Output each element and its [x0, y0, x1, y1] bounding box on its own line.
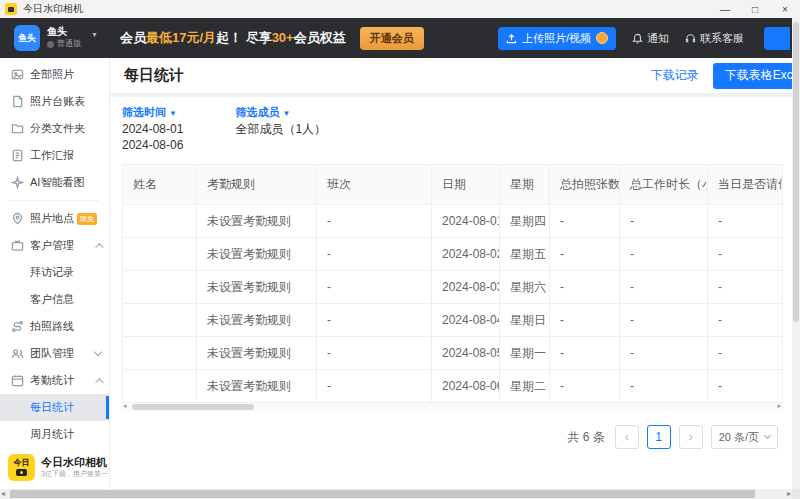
- col-date: 日期: [432, 165, 500, 205]
- brand-logo: 今日: [8, 454, 35, 481]
- table-row: 未设置考勤规则-2024-08-03星期六---: [123, 271, 783, 304]
- user-plan: 普通版: [57, 38, 81, 50]
- vertical-scrollbar-thumb[interactable]: [793, 22, 799, 322]
- ai-sparkle-icon: [10, 176, 24, 190]
- sidebar-item-photo-location[interactable]: 照片地点 限免: [0, 205, 109, 232]
- plan-badge-icon: [47, 41, 54, 48]
- bell-icon: [632, 33, 643, 44]
- stats-panel: 筛选时间 ▼ 2024-08-01 2024-08-06 筛选成员 ▼ 全部成员…: [110, 97, 792, 489]
- filter-caret-icon: ▼: [169, 109, 177, 118]
- folder-icon: [10, 122, 24, 136]
- minimize-icon: —: [720, 4, 730, 15]
- scrollbar-thumb[interactable]: [132, 404, 254, 410]
- pagination: 共 6 条 ‹ 1 › 20 条/页: [122, 425, 780, 449]
- prev-page-button[interactable]: ‹: [615, 425, 639, 449]
- team-icon: [10, 347, 24, 361]
- window-title: 今日水印相机: [23, 2, 83, 16]
- user-info[interactable]: 鱼头 普通版: [47, 26, 81, 50]
- download-records-link[interactable]: 下载记录: [651, 67, 699, 84]
- page-number-button[interactable]: 1: [647, 425, 671, 449]
- select-caret-icon: [764, 432, 771, 439]
- close-icon: ×: [782, 4, 788, 15]
- page-header: 每日统计 下载记录 下载表格Excel: [110, 58, 792, 93]
- location-pin-icon: [10, 212, 24, 226]
- scroll-left-icon[interactable]: ◂: [1, 489, 5, 499]
- chevron-up-icon: [95, 378, 103, 386]
- next-icon: ›: [689, 430, 693, 444]
- route-icon: [10, 320, 24, 334]
- col-photos: 总拍照张数: [550, 165, 620, 205]
- avatar[interactable]: 鱼头: [14, 25, 40, 51]
- sidebar-item-photo-ledger[interactable]: 照片台账表: [0, 88, 109, 115]
- calendar-icon: [10, 374, 24, 388]
- report-icon: [10, 149, 24, 163]
- sidebar-item-all-photos[interactable]: 全部照片: [0, 61, 109, 88]
- brand-footer: 今日 今日水印相机 3亿下载，用户量第一: [8, 454, 108, 481]
- maximize-button[interactable]: □: [740, 0, 770, 18]
- attendance-table: 姓名 考勤规则 班次 日期 星期 总拍照张数 总工作时长（小时） 当日是否请假 …: [122, 164, 783, 403]
- photo-icon: [10, 68, 24, 82]
- chevron-up-icon: [95, 243, 103, 251]
- time-filter[interactable]: 筛选时间 ▼ 2024-08-01 2024-08-06: [122, 105, 183, 152]
- filter-caret-icon: ▼: [282, 109, 290, 118]
- horizontal-scrollbar[interactable]: ◂ ▸: [0, 489, 800, 499]
- sidebar-item-photo-route[interactable]: 拍照路线: [0, 313, 109, 340]
- partial-button[interactable]: [764, 27, 790, 50]
- sidebar-item-customer-info[interactable]: 客户信息: [0, 286, 109, 313]
- sidebar-item-folders[interactable]: 分类文件夹: [0, 115, 109, 142]
- sidebar-item-visit-records[interactable]: 拜访记录: [0, 259, 109, 286]
- table-row: 未设置考勤规则-2024-08-01星期四---: [123, 205, 783, 238]
- member-filter[interactable]: 筛选成员 ▼ 全部成员（1人）: [235, 105, 326, 152]
- sidebar-item-customer-management[interactable]: 客户管理: [0, 232, 109, 259]
- top-bar: 鱼头 鱼头 普通版 ▼ 会员最低17元/月起！ 尽享30+会员权益 开通会员 上…: [0, 18, 800, 58]
- upload-photo-button[interactable]: 上传照片/视频: [498, 27, 616, 50]
- page-size-select[interactable]: 20 条/页: [711, 425, 778, 449]
- col-name: 姓名: [123, 165, 197, 205]
- col-shift: 班次: [317, 165, 432, 205]
- sidebar-item-work-report[interactable]: 工作汇报: [0, 142, 109, 169]
- col-rule: 考勤规则: [197, 165, 317, 205]
- scroll-right-icon[interactable]: ▸: [777, 402, 781, 410]
- minimize-button[interactable]: —: [710, 0, 740, 18]
- sidebar-item-daily-stats[interactable]: 每日统计: [0, 394, 109, 421]
- scroll-left-icon[interactable]: ◂: [123, 402, 127, 410]
- headset-icon: [685, 33, 696, 44]
- next-page-button[interactable]: ›: [679, 425, 703, 449]
- page-title: 每日统计: [124, 66, 184, 85]
- scrollbar-corner: [792, 489, 800, 499]
- ledger-icon: [10, 95, 24, 109]
- col-hours: 总工作时长（小时）: [620, 165, 708, 205]
- coin-icon: [596, 32, 608, 44]
- sidebar: 全部照片 照片台账表 分类文件夹 工作汇报 AI智能看图 照片地点 限免 客户管…: [0, 58, 110, 489]
- membership-promo: 会员最低17元/月起！ 尽享30+会员权益: [120, 29, 346, 47]
- app-icon: [5, 3, 17, 15]
- sidebar-item-weekly-monthly-stats[interactable]: 周月统计: [0, 421, 109, 448]
- camera-icon: [16, 469, 27, 476]
- table-row: 未设置考勤规则-2024-08-05星期一---: [123, 337, 783, 370]
- user-caret-icon[interactable]: ▼: [91, 31, 98, 38]
- vertical-scrollbar[interactable]: [792, 18, 800, 489]
- table-row: 未设置考勤规则-2024-08-04星期日---: [123, 304, 783, 337]
- sidebar-divider: [10, 200, 99, 201]
- download-excel-button[interactable]: 下载表格Excel: [713, 63, 792, 89]
- customer-service-button[interactable]: 联系客服: [685, 31, 744, 46]
- scroll-right-icon[interactable]: ▸: [787, 489, 791, 499]
- notifications-button[interactable]: 通知: [632, 31, 669, 46]
- table-horizontal-scrollbar[interactable]: ◂ ▸: [122, 403, 782, 411]
- table-header-row: 姓名 考勤规则 班次 日期 星期 总拍照张数 总工作时长（小时） 当日是否请假: [123, 165, 783, 205]
- brand-name: 今日水印相机: [41, 456, 108, 469]
- brand-tagline: 3亿下载，用户量第一: [41, 469, 108, 479]
- sidebar-item-team-management[interactable]: 团队管理: [0, 340, 109, 367]
- pagination-total: 共 6 条: [567, 429, 604, 446]
- free-badge: 限免: [77, 213, 97, 225]
- sidebar-item-ai-view[interactable]: AI智能看图: [0, 169, 109, 196]
- sidebar-item-attendance-stats[interactable]: 考勤统计: [0, 367, 109, 394]
- close-button[interactable]: ×: [770, 0, 800, 18]
- horizontal-scrollbar-thumb[interactable]: [10, 490, 755, 498]
- upload-icon: [506, 33, 517, 44]
- open-membership-button[interactable]: 开通会员: [360, 27, 424, 50]
- table-row: 未设置考勤规则-2024-08-02星期五---: [123, 238, 783, 271]
- chevron-down-icon: [94, 348, 102, 356]
- prev-icon: ‹: [625, 430, 629, 444]
- user-name: 鱼头: [47, 26, 81, 38]
